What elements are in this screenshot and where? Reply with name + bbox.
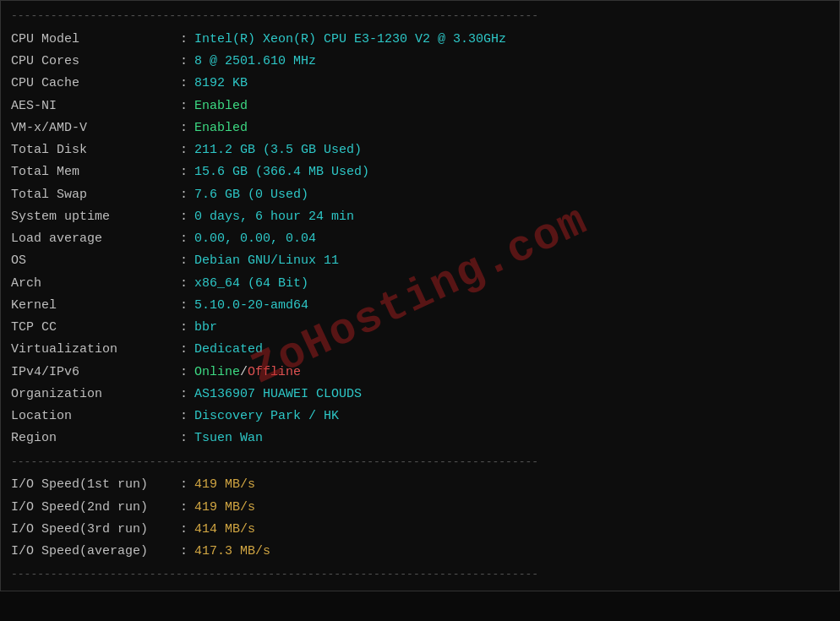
os-value: Debian GNU/Linux 11 [194, 250, 339, 272]
total-disk-value: 211.2 GB (3.5 GB Used) [194, 139, 362, 161]
total-swap-label: Total Swap [11, 184, 180, 206]
colon: : [180, 273, 188, 295]
colon: : [180, 384, 188, 406]
io-1st-label: I/O Speed(1st run) [11, 474, 180, 496]
vmx-label: VM-x/AMD-V [11, 117, 180, 139]
table-row: Kernel : 5.10.0-20-amd64 [11, 295, 829, 317]
colon: : [180, 428, 188, 449]
table-row: Total Swap : 7.6 GB (0 Used) [11, 184, 829, 206]
total-swap-value: 7.6 GB (0 Used) [194, 184, 308, 206]
table-row: Total Disk : 211.2 GB (3.5 GB Used) [11, 139, 829, 161]
io-3rd-value: 414 MB/s [194, 519, 255, 541]
cpu-model-label: CPU Model [11, 29, 180, 51]
io-1st-value: 419 MB/s [194, 474, 255, 496]
colon: : [180, 541, 188, 563]
table-row: Total Mem : 15.6 GB (366.4 MB Used) [11, 161, 829, 183]
colon: : [180, 362, 188, 384]
cpu-cores-label: CPU Cores [11, 51, 180, 73]
table-row: CPU Cache : 8192 KB [11, 73, 829, 95]
table-row: Load average : 0.00, 0.00, 0.04 [11, 228, 829, 250]
region-value: Tsuen Wan [194, 428, 263, 449]
terminal-window: ZoHosting.com --------------------------… [0, 0, 840, 591]
arch-label: Arch [11, 273, 180, 295]
total-disk-label: Total Disk [11, 139, 180, 161]
table-row: I/O Speed(1st run) : 419 MB/s [11, 474, 829, 496]
table-row: CPU Model : Intel(R) Xeon(R) CPU E3-1230… [11, 29, 829, 51]
vmx-value: Enabled [194, 117, 248, 139]
table-row: I/O Speed(average) : 417.3 MB/s [11, 541, 829, 563]
ipv4-status: Online [194, 362, 240, 384]
total-mem-value: 15.6 GB (366.4 MB Used) [194, 161, 369, 183]
colon: : [180, 406, 188, 428]
colon: : [180, 250, 188, 272]
os-label: OS [11, 250, 180, 272]
organization-value: AS136907 HUAWEI CLOUDS [194, 384, 362, 406]
table-row: AES-NI : Enabled [11, 95, 829, 117]
divider-bottom: ----------------------------------------… [11, 566, 829, 584]
table-row: Arch : x86_64 (64 Bit) [11, 273, 829, 295]
colon: : [180, 95, 188, 117]
colon: : [180, 73, 188, 95]
aes-ni-label: AES-NI [11, 95, 180, 117]
cpu-cache-label: CPU Cache [11, 73, 180, 95]
virtualization-value: Dedicated [194, 339, 263, 361]
io-3rd-label: I/O Speed(3rd run) [11, 519, 180, 541]
aes-ni-value: Enabled [194, 95, 248, 117]
kernel-label: Kernel [11, 295, 180, 317]
io-speed-section: I/O Speed(1st run) : 419 MB/s I/O Speed(… [11, 471, 829, 566]
location-value: Discovery Park / HK [194, 406, 339, 428]
uptime-value: 0 days, 6 hour 24 min [194, 206, 354, 228]
organization-label: Organization [11, 384, 180, 406]
load-avg-label: Load average [11, 228, 180, 250]
tcp-cc-label: TCP CC [11, 317, 180, 339]
colon: : [180, 29, 188, 51]
io-2nd-value: 419 MB/s [194, 497, 255, 519]
table-row: Location : Discovery Park / HK [11, 406, 829, 428]
kernel-value: 5.10.0-20-amd64 [194, 295, 308, 317]
colon: : [180, 474, 188, 496]
cpu-cores-value: 8 @ 2501.610 MHz [194, 51, 316, 73]
location-label: Location [11, 406, 180, 428]
table-row: IPv4/IPv6 : Online / Offline [11, 362, 829, 384]
load-avg-value: 0.00, 0.00, 0.04 [194, 228, 316, 250]
colon: : [180, 295, 188, 317]
io-2nd-label: I/O Speed(2nd run) [11, 497, 180, 519]
divider-top: ----------------------------------------… [11, 8, 829, 25]
table-row: I/O Speed(2nd run) : 419 MB/s [11, 497, 829, 519]
tcp-cc-value: bbr [194, 317, 217, 339]
colon: : [180, 339, 188, 361]
arch-value: x86_64 (64 Bit) [194, 273, 308, 295]
colon: : [180, 117, 188, 139]
io-avg-label: I/O Speed(average) [11, 541, 180, 563]
io-avg-value: 417.3 MB/s [194, 541, 270, 563]
cpu-model-value: Intel(R) Xeon(R) CPU E3-1230 V2 @ 3.30GH… [194, 29, 506, 51]
colon: : [180, 206, 188, 228]
table-row: Region : Tsuen Wan [11, 428, 829, 449]
table-row: System uptime : 0 days, 6 hour 24 min [11, 206, 829, 228]
cpu-cache-value: 8192 KB [194, 73, 248, 95]
table-row: CPU Cores : 8 @ 2501.610 MHz [11, 51, 829, 73]
ipv4ipv6-slash: / [240, 362, 248, 384]
uptime-label: System uptime [11, 206, 180, 228]
colon: : [180, 519, 188, 541]
table-row: OS : Debian GNU/Linux 11 [11, 250, 829, 272]
total-mem-label: Total Mem [11, 161, 180, 183]
region-label: Region [11, 428, 180, 449]
system-info-section: CPU Model : Intel(R) Xeon(R) CPU E3-1230… [11, 25, 829, 454]
colon: : [180, 317, 188, 339]
ipv6-status: Offline [248, 362, 301, 384]
ipv4ipv6-label: IPv4/IPv6 [11, 362, 180, 384]
colon: : [180, 161, 188, 183]
virtualization-label: Virtualization [11, 339, 180, 361]
colon: : [180, 51, 188, 73]
colon: : [180, 497, 188, 519]
table-row: I/O Speed(3rd run) : 414 MB/s [11, 519, 829, 541]
table-row: TCP CC : bbr [11, 317, 829, 339]
table-row: VM-x/AMD-V : Enabled [11, 117, 829, 139]
table-row: Virtualization : Dedicated [11, 339, 829, 361]
table-row: Organization : AS136907 HUAWEI CLOUDS [11, 384, 829, 406]
colon: : [180, 184, 188, 206]
colon: : [180, 228, 188, 250]
divider-mid: ----------------------------------------… [11, 454, 829, 471]
colon: : [180, 139, 188, 161]
